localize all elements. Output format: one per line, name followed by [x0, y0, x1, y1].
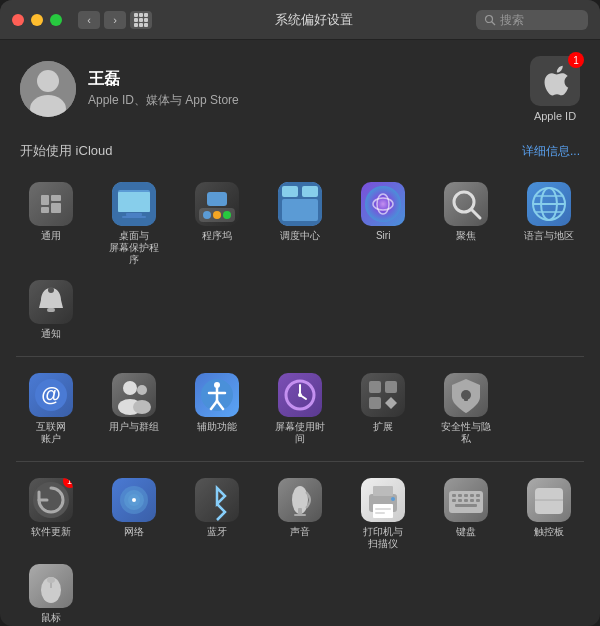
- network-icon: [112, 478, 156, 522]
- pref-item-sound[interactable]: 声音: [259, 472, 340, 556]
- software-icon: 1: [29, 478, 73, 522]
- desktop-icon: [112, 182, 156, 226]
- user-subtitle: Apple ID、媒体与 App Store: [88, 92, 239, 109]
- printers-label: 打印机与扫描仪: [363, 526, 403, 550]
- svg-rect-6: [134, 23, 138, 27]
- mission-label: 调度中心: [280, 230, 320, 242]
- svg-rect-8: [144, 23, 148, 27]
- pref-item-notifications[interactable]: 通知: [10, 274, 91, 346]
- svg-rect-5: [144, 18, 148, 22]
- accessibility-label: 辅助功能: [197, 421, 237, 433]
- svg-rect-88: [464, 499, 468, 502]
- svg-rect-60: [369, 381, 381, 393]
- notifications-icon: [29, 280, 73, 324]
- mouse-label: 鼠标: [41, 612, 61, 624]
- screentime-label: 屏幕使用时间: [271, 421, 329, 445]
- users-label: 用户与群组: [109, 421, 159, 433]
- close-button[interactable]: [12, 14, 24, 26]
- bluetooth-label: 蓝牙: [207, 526, 227, 538]
- pref-item-trackpad[interactable]: 触控板: [509, 472, 590, 556]
- pref-item-dock[interactable]: 程序坞: [176, 176, 257, 272]
- main-content: 王磊 Apple ID、媒体与 App Store 1 Apple ID 开始使…: [0, 40, 600, 626]
- pref-grid-3: 1 软件更新 网络: [10, 468, 590, 626]
- pref-grid-2: @ 互联网账户 用户与群组: [10, 363, 590, 455]
- pref-item-spotlight[interactable]: 聚焦: [426, 176, 507, 272]
- notifications-label: 通知: [41, 328, 61, 340]
- trackpad-icon: [527, 478, 571, 522]
- general-icon: [29, 182, 73, 226]
- pref-item-software[interactable]: 1 软件更新: [10, 472, 91, 556]
- grid-view-button[interactable]: [130, 11, 152, 29]
- pref-item-general[interactable]: 通用: [10, 176, 91, 272]
- svg-rect-86: [452, 499, 456, 502]
- back-button[interactable]: ‹: [78, 11, 100, 29]
- minimize-button[interactable]: [31, 14, 43, 26]
- printers-icon: [361, 478, 405, 522]
- search-bar[interactable]: [476, 10, 588, 30]
- svg-rect-83: [464, 494, 468, 497]
- pref-item-network[interactable]: 网络: [93, 472, 174, 556]
- svg-rect-85: [476, 494, 480, 497]
- pref-item-mission[interactable]: 调度中心: [259, 176, 340, 272]
- svg-point-43: [48, 287, 54, 293]
- svg-rect-77: [375, 508, 391, 510]
- traffic-lights: [12, 14, 62, 26]
- svg-rect-64: [464, 395, 468, 401]
- user-info: 王磊 Apple ID、媒体与 App Store: [20, 61, 239, 117]
- svg-rect-84: [470, 494, 474, 497]
- svg-rect-76: [373, 504, 393, 518]
- search-input[interactable]: [500, 13, 580, 27]
- icloud-label: 开始使用 iCloud: [20, 142, 112, 160]
- pref-item-mouse[interactable]: 鼠标: [10, 558, 91, 626]
- forward-button[interactable]: ›: [104, 11, 126, 29]
- apple-id-button[interactable]: 1 Apple ID: [530, 56, 580, 122]
- screentime-icon: [278, 373, 322, 417]
- pref-item-bluetooth[interactable]: 蓝牙: [176, 472, 257, 556]
- maximize-button[interactable]: [50, 14, 62, 26]
- keyboard-label: 键盘: [456, 526, 476, 538]
- svg-rect-27: [207, 192, 227, 206]
- avatar[interactable]: [20, 61, 76, 117]
- users-icon: [112, 373, 156, 417]
- svg-point-12: [37, 70, 59, 92]
- icloud-detail-link[interactable]: 详细信息...: [522, 143, 580, 160]
- svg-rect-21: [126, 213, 142, 216]
- svg-rect-81: [452, 494, 456, 497]
- apple-id-label: Apple ID: [534, 110, 576, 122]
- svg-rect-22: [122, 216, 146, 218]
- svg-rect-3: [134, 18, 138, 22]
- grid-row-3: 1 软件更新 网络: [0, 464, 600, 626]
- svg-rect-0: [134, 13, 138, 17]
- pref-item-extensions[interactable]: 扩展: [343, 367, 424, 451]
- svg-rect-62: [369, 397, 381, 409]
- pref-item-users[interactable]: 用户与群组: [93, 367, 174, 451]
- accessibility-icon: [195, 373, 239, 417]
- desktop-label: 桌面与屏幕保护程序: [105, 230, 163, 266]
- svg-rect-75: [373, 486, 393, 496]
- window-title: 系统偏好设置: [152, 11, 476, 29]
- pref-item-accessibility[interactable]: 辅助功能: [176, 367, 257, 451]
- svg-point-59: [298, 393, 302, 397]
- pref-item-internet[interactable]: @ 互联网账户: [10, 367, 91, 451]
- svg-rect-4: [139, 18, 143, 22]
- extensions-icon: [361, 373, 405, 417]
- svg-rect-29: [282, 186, 298, 197]
- pref-item-siri[interactable]: Siri: [343, 176, 424, 272]
- svg-point-25: [213, 211, 221, 219]
- pref-item-keyboard[interactable]: 键盘: [426, 472, 507, 556]
- svg-rect-91: [455, 504, 477, 507]
- user-section: 王磊 Apple ID、媒体与 App Store 1 Apple ID: [0, 40, 600, 138]
- svg-point-79: [391, 497, 395, 501]
- svg-rect-16: [51, 195, 61, 201]
- pref-item-security[interactable]: 安全性与隐私: [426, 367, 507, 451]
- svg-point-49: [133, 400, 151, 414]
- svg-point-24: [203, 211, 211, 219]
- keyboard-icon: [444, 478, 488, 522]
- pref-item-language[interactable]: 语言与地区: [509, 176, 590, 272]
- pref-item-screentime[interactable]: 屏幕使用时间: [259, 367, 340, 451]
- svg-rect-30: [302, 186, 318, 197]
- pref-item-printers[interactable]: 打印机与扫描仪: [343, 472, 424, 556]
- svg-rect-2: [144, 13, 148, 17]
- pref-item-desktop[interactable]: 桌面与屏幕保护程序: [93, 176, 174, 272]
- system-preferences-window: ‹ › 系统偏好设置: [0, 0, 600, 626]
